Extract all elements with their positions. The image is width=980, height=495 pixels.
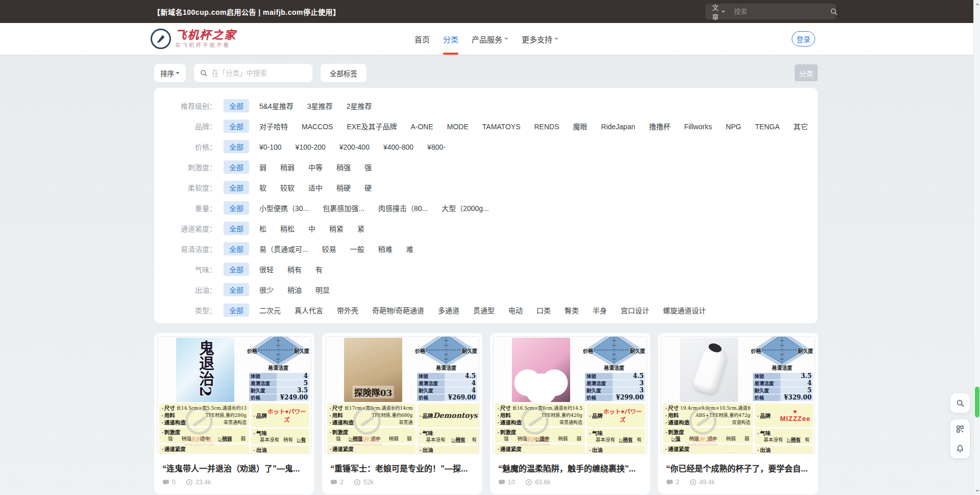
filter-option[interactable]: 易（贯通或可...	[259, 244, 308, 254]
filter-option[interactable]: ¥400-800	[383, 143, 413, 151]
filter-option[interactable]: 全部	[224, 222, 249, 235]
filter-option[interactable]: 包裹感加强...	[323, 203, 364, 213]
filter-option[interactable]: A-ONE	[410, 123, 433, 131]
filter-option[interactable]: 有	[315, 264, 323, 274]
filter-option[interactable]: 适中	[308, 182, 323, 193]
filter-option[interactable]: ¥100-200	[296, 143, 326, 151]
scroll-up-arrow-icon[interactable]	[975, 3, 979, 5]
filter-option[interactable]: 稍难	[378, 244, 393, 254]
filter-option[interactable]: RENDS	[534, 123, 559, 131]
filter-option[interactable]: 全部	[224, 140, 249, 153]
filter-option[interactable]: 强	[364, 162, 372, 172]
filter-option[interactable]: 带外壳	[337, 305, 358, 315]
filter-option[interactable]: 紧	[357, 223, 364, 233]
product-card[interactable]: 鬼退治2 价格 耐久度 易清洁度 体验4 易清洁度5	[154, 333, 314, 494]
filter-option[interactable]: MODE	[447, 123, 469, 131]
product-card[interactable]: 探険隊03 价格 耐久度 易清洁度 体验4.5 易清	[322, 333, 482, 494]
site-logo[interactable]: 飞机杯之家 买飞机杯不能不看	[151, 29, 236, 49]
scrollbar[interactable]	[973, 0, 980, 495]
filter-option[interactable]: 全部	[224, 242, 249, 255]
filter-option[interactable]: 真人代言	[295, 305, 323, 315]
filter-option[interactable]: 撸撸杯	[649, 121, 670, 131]
filter-option[interactable]: 大型（2000g...	[442, 203, 489, 213]
filter-option[interactable]: 稍松	[280, 223, 295, 233]
filter-option[interactable]: 稍硬	[336, 182, 351, 193]
filter-option[interactable]: 小型便携（30...	[259, 203, 309, 213]
product-card[interactable]: 价格 耐久度 易清洁度 体验4.5 易清洁度3 耐久度3 价格¥299.00 尺…	[490, 333, 650, 494]
filter-option[interactable]: 全部	[224, 120, 249, 133]
filter-option[interactable]: TENGA	[755, 123, 779, 131]
filter-option[interactable]: 奇葩物/奇葩通道	[372, 305, 424, 315]
filter-option[interactable]: 明显	[315, 285, 330, 295]
scroll-down-arrow-icon[interactable]	[975, 490, 979, 492]
all-tags-button[interactable]: 全部标签	[321, 64, 366, 82]
filter-option[interactable]: Fillworks	[684, 123, 712, 131]
qrcode-button[interactable]	[950, 419, 970, 439]
login-button[interactable]: 登录	[792, 31, 815, 46]
filter-option[interactable]: 全部	[224, 303, 249, 317]
filter-option[interactable]: 电动	[508, 305, 523, 315]
filter-option[interactable]: 较软	[280, 182, 295, 193]
product-card[interactable]: 价格 耐久度 易清洁度 体验3.5 易清洁度4 耐久度5 价格¥329.00 尺…	[658, 333, 818, 494]
filter-option[interactable]: 稍紧	[329, 223, 344, 233]
filter-option[interactable]: 弱	[259, 162, 266, 172]
filter-option[interactable]: 二次元	[259, 305, 281, 315]
filter-option[interactable]: 全部	[224, 201, 249, 215]
product-title[interactable]: “魅魔的温柔陷阱，触手的缠绕裹挟”...	[490, 457, 650, 478]
filter-option[interactable]: 肉感撞击（80...	[378, 203, 428, 213]
float-search-button[interactable]	[950, 393, 970, 413]
sort-button[interactable]: 排序	[154, 64, 186, 82]
nav-products[interactable]: 产品服务	[472, 34, 508, 44]
nav-support[interactable]: 更多支持	[522, 34, 558, 44]
filter-option[interactable]: EXE及其子品牌	[347, 121, 397, 131]
filter-option[interactable]: 魔眼	[573, 121, 587, 131]
search-icon[interactable]	[828, 8, 844, 16]
filter-option[interactable]: 全部	[224, 283, 249, 296]
announcement-text[interactable]: 【新域名100cup.com启用公告 | maifjb.com停止使用】	[153, 7, 340, 17]
filter-option[interactable]: 对子哈特	[259, 121, 288, 131]
filter-option[interactable]: TAMATOYS	[482, 123, 521, 131]
scrollbar-thumb[interactable]	[975, 387, 979, 417]
filter-option[interactable]: 松	[259, 223, 266, 233]
filter-option[interactable]: 很少	[259, 285, 274, 295]
filter-option[interactable]: ¥800-	[427, 143, 446, 151]
filter-option[interactable]: 宫口设计	[621, 305, 649, 315]
filter-option[interactable]: 臀类	[565, 305, 579, 315]
filter-option[interactable]: 2星推荐	[347, 101, 372, 111]
filter-option[interactable]: 5&4星推荐	[259, 101, 293, 111]
filter-option[interactable]: 贯通型	[473, 305, 495, 315]
filter-option[interactable]: 难	[406, 244, 413, 254]
filter-option[interactable]: 3星推荐	[307, 101, 333, 111]
filter-option[interactable]: RideJapan	[601, 123, 635, 131]
filter-option[interactable]: 软	[259, 182, 266, 193]
filter-option[interactable]: 稍强	[336, 162, 351, 172]
filter-option[interactable]: 较易	[322, 244, 336, 254]
filter-option[interactable]: 稍油	[287, 285, 302, 295]
filter-option[interactable]: ¥0-100	[259, 143, 282, 151]
filter-option[interactable]: ¥200-400	[339, 143, 370, 151]
filter-option[interactable]: 多通道	[438, 305, 459, 315]
filter-option[interactable]: 螺旋通道设计	[663, 305, 706, 315]
search-category-dropdown[interactable]: 文章	[705, 2, 730, 21]
filter-option[interactable]: 稍有	[287, 264, 302, 274]
filter-option[interactable]: 中	[308, 223, 315, 233]
search-input[interactable]	[730, 8, 828, 15]
filter-option[interactable]: 硬	[364, 182, 372, 193]
filter-option[interactable]: 稍弱	[280, 162, 295, 172]
filter-option[interactable]: 半身	[593, 305, 607, 315]
filter-option[interactable]: 全部	[224, 99, 249, 112]
filter-option[interactable]: 全部	[224, 181, 249, 194]
filter-option[interactable]: 全部	[224, 263, 249, 276]
filter-option[interactable]: 很轻	[259, 264, 274, 274]
filter-option[interactable]: MACCOS	[302, 123, 333, 131]
filter-option[interactable]: 口类	[536, 305, 551, 315]
product-title[interactable]: “连鬼带人一并退治（劝退）了”—鬼...	[154, 457, 314, 478]
filter-option[interactable]: 一般	[350, 244, 364, 254]
product-title[interactable]: “重锤军士：老娘可是专业的！”—探...	[322, 457, 482, 478]
nav-home[interactable]: 首页	[414, 34, 430, 44]
filter-option[interactable]: 其它	[793, 121, 807, 131]
filter-option[interactable]: 全部	[224, 160, 249, 174]
filter-option[interactable]: NPG	[726, 123, 741, 131]
category-search-input[interactable]	[212, 69, 306, 77]
product-title[interactable]: “你已经是个成熟的杯子了，要学会自...	[658, 457, 818, 478]
